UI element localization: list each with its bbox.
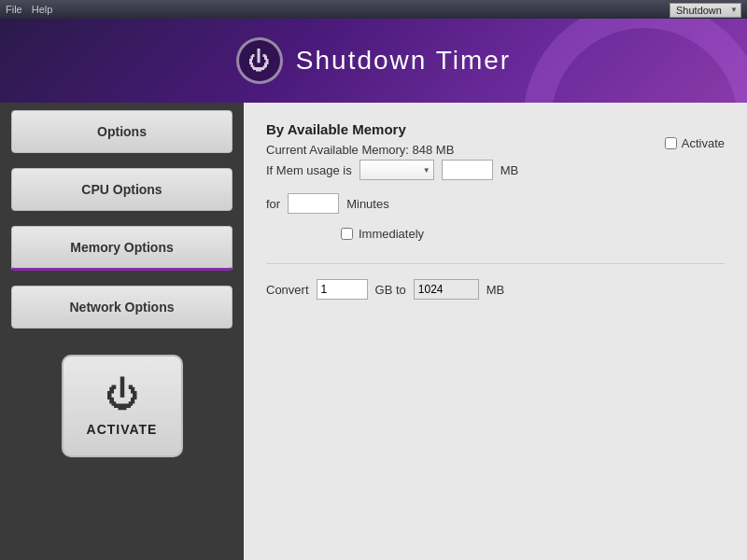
activate-checkbox-label: Activate bbox=[682, 136, 725, 150]
immediately-label: Immediately bbox=[359, 227, 424, 241]
minutes-label: Minutes bbox=[346, 197, 389, 211]
for-label: for bbox=[266, 197, 280, 211]
app-header: ⏻ Shutdown Timer bbox=[0, 19, 747, 103]
convert-row: Convert GB to MB bbox=[266, 279, 725, 300]
activate-button[interactable]: ⏻ ACTIVATE bbox=[62, 355, 183, 457]
immediately-checkbox[interactable] bbox=[341, 228, 353, 240]
activate-checkbox[interactable] bbox=[665, 137, 677, 149]
convert-gb-input[interactable] bbox=[317, 279, 368, 300]
gb-to-label: GB to bbox=[375, 283, 406, 297]
convert-mb-result[interactable] bbox=[414, 279, 479, 300]
divider bbox=[266, 263, 725, 264]
mem-usage-select-wrap[interactable]: above below bbox=[359, 160, 434, 180]
right-panel: By Available Memory Current Available Me… bbox=[244, 103, 747, 560]
section-title: By Available Memory bbox=[266, 121, 725, 137]
main-content: Options CPU Options Memory Options Netwo… bbox=[0, 103, 747, 560]
for-minutes-input[interactable] bbox=[288, 193, 339, 214]
activate-power-icon: ⏻ bbox=[106, 375, 139, 414]
convert-label: Convert bbox=[266, 283, 309, 297]
sidebar: Options CPU Options Memory Options Netwo… bbox=[0, 103, 244, 560]
activate-button-wrap: ⏻ ACTIVATE bbox=[0, 336, 244, 560]
power-icon-header: ⏻ bbox=[236, 37, 283, 84]
sidebar-item-options[interactable]: Options bbox=[11, 110, 233, 153]
sidebar-item-network-options[interactable]: Network Options bbox=[11, 286, 233, 329]
activate-checkbox-wrap: Activate bbox=[665, 136, 725, 150]
activate-label: ACTIVATE bbox=[87, 422, 158, 437]
shutdown-select[interactable]: Shutdown Restart Hibernate Sleep Log Off bbox=[669, 3, 741, 18]
mem-value-input[interactable] bbox=[442, 160, 493, 180]
mb-label: MB bbox=[500, 163, 519, 177]
mem-usage-select[interactable]: above below bbox=[359, 160, 434, 180]
menu-file[interactable]: File bbox=[6, 4, 22, 15]
header-title-group: ⏻ Shutdown Timer bbox=[236, 37, 511, 84]
app-title: Shutdown Timer bbox=[296, 46, 511, 76]
for-minutes-row: for Minutes bbox=[266, 193, 725, 214]
menu-help[interactable]: Help bbox=[32, 4, 53, 15]
sidebar-item-cpu-options[interactable]: CPU Options bbox=[11, 168, 233, 211]
shutdown-dropdown-wrap[interactable]: Shutdown Restart Hibernate Sleep Log Off bbox=[669, 1, 741, 18]
menu-bar: File Help bbox=[6, 4, 52, 15]
title-bar-right: Shutdown Restart Hibernate Sleep Log Off bbox=[669, 1, 741, 18]
title-bar: File Help Shutdown Restart Hibernate Sle… bbox=[0, 0, 747, 19]
if-mem-row: If Mem usage is above below MB bbox=[266, 160, 725, 180]
if-mem-label: If Mem usage is bbox=[266, 163, 352, 177]
mb-label2: MB bbox=[486, 283, 505, 297]
immediately-row: Immediately bbox=[266, 227, 725, 241]
sidebar-item-memory-options[interactable]: Memory Options bbox=[11, 226, 233, 271]
